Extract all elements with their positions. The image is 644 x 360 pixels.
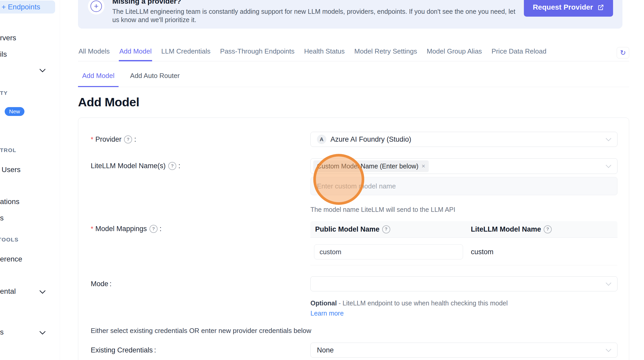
mode-label: Mode : [91,276,310,288]
subtab-add-auto-router[interactable]: Add Auto Router [126,72,184,87]
refresh-icon: ↻ [620,49,626,56]
tab-llm-credentials[interactable]: LLM Credentials [161,46,211,61]
col-public-model-name: Public Model Name ? [310,225,471,233]
banner-text: Missing a provider? The LiteLLM engineer… [112,0,518,24]
chevron-down-icon [606,136,611,141]
mode-row: Mode : Optional - LiteLLM endpoint to us… [91,276,617,318]
sidebar-item-organizations[interactable]: ations [0,198,19,206]
label-colon: : [154,346,156,354]
request-provider-button[interactable]: Request Provider [524,0,613,17]
mode-helper-bold: Optional [310,299,337,307]
provider-value: Azure AI Foundry (Studio) [330,135,411,143]
chevron-down-icon[interactable] [39,287,45,294]
provider-label: * Provider ? : [91,132,310,143]
model-names-label-text: LiteLLM Model Name(s) [91,162,166,170]
subtab-add-model[interactable]: Add Model [78,72,119,87]
help-icon[interactable]: ? [124,135,132,143]
custom-model-name-tag-label: Custom Model Name (Enter below) [317,162,418,170]
provider-row: * Provider ? : A Azure AI Foundry (Studi… [91,132,617,147]
chevron-down-icon[interactable] [39,328,45,335]
sidebar-item-servers[interactable]: rvers [0,34,16,42]
label-colon: : [160,225,162,233]
existing-credentials-label-text: Existing Credentials [91,346,153,354]
label-colon: : [178,162,180,170]
mode-controls: Optional - LiteLLM endpoint to use when … [310,276,617,318]
sidebar-section-tools: TOOLS [0,237,18,243]
tag-remove-icon[interactable]: × [421,163,425,169]
model-name-helper-text: The model name LiteLLM will send to the … [310,206,617,213]
required-mark: * [91,136,93,143]
add-model-form-card: * Provider ? : A Azure AI Foundry (Studi… [78,117,629,360]
help-icon[interactable]: ? [168,162,176,170]
banner-title: Missing a provider? [112,0,518,6]
sidebar-item-ils[interactable]: ils [0,50,7,58]
tab-all-models[interactable]: All Models [78,46,110,61]
public-model-name-input[interactable] [314,244,463,259]
help-icon[interactable]: ? [149,225,158,233]
model-mappings-header: Public Model Name ? LiteLLM Model Name ? [310,221,617,238]
model-names-controls: Custom Model Name (Enter below) × The mo… [310,158,617,213]
model-mappings-label: * Model Mappings ? : [91,221,310,233]
existing-credentials-value: None [317,346,334,354]
sidebar-item-endpoints[interactable]: + Endpoints [0,1,55,14]
refresh-button[interactable]: ↻ [617,47,629,58]
tab-model-retry-settings[interactable]: Model Retry Settings [354,46,418,61]
credentials-note: Either select existing credentials OR en… [91,327,617,335]
custom-model-name-tag: Custom Model Name (Enter below) × [313,160,429,172]
sidebar-item-s1[interactable]: s [0,214,4,222]
sidebar-section-security: TY [0,90,8,96]
model-mappings-row: * Model Mappings ? : Public Model Name ?… [91,221,617,265]
label-colon: : [110,280,112,288]
page-title: Add Model [78,95,629,109]
chevron-down-icon [606,162,611,168]
tab-model-group-alias[interactable]: Model Group Alias [426,46,482,61]
public-model-name-cell [310,244,471,259]
main-content: + Missing a provider? The LiteLLM engine… [60,0,644,360]
chevron-down-icon[interactable] [39,66,45,72]
chevron-down-icon [606,346,611,352]
chevron-down-icon [606,280,611,286]
required-mark: * [91,225,93,233]
model-names-label: LiteLLM Model Name(s) ? : [91,158,310,170]
tab-price-data-reload[interactable]: Price Data Reload [491,46,547,61]
mode-select[interactable] [310,276,617,291]
custom-model-name-input[interactable] [310,177,617,195]
model-names-multiselect[interactable]: Custom Model Name (Enter below) × [310,158,617,174]
learn-more-link[interactable]: Learn more [310,310,344,317]
mode-helper-rest: - LiteLLM endpoint to use when health ch… [337,299,508,307]
sidebar-item-s2[interactable]: s [0,328,4,336]
sidebar-item-endpoints-label: + Endpoints [2,3,40,11]
sidebar: + Endpoints rvers ils TY New TROL Users … [0,0,60,360]
mode-label-text: Mode [91,280,108,288]
provider-label-text: Provider [95,135,122,143]
sidebar-item-users[interactable]: Users [2,166,21,174]
table-row: custom [310,238,617,265]
model-mappings-table: Public Model Name ? LiteLLM Model Name ?… [310,221,617,265]
col-public-label: Public Model Name [315,225,380,233]
external-link-icon [597,4,604,11]
plus-circle-icon-chip: + [88,0,105,15]
tab-add-model[interactable]: Add Model [119,46,152,61]
banner-body: The LiteLLM engineering team is constant… [112,7,518,24]
model-names-row: LiteLLM Model Name(s) ? : Custom Model N… [91,158,617,213]
provider-select[interactable]: A Azure AI Foundry (Studio) [310,132,617,147]
new-badge[interactable]: New [5,107,24,116]
help-icon[interactable]: ? [544,225,552,233]
provider-avatar: A [317,135,326,144]
help-icon[interactable]: ? [382,225,390,233]
col-litellm-model-name: LiteLLM Model Name ? [471,225,617,233]
request-provider-label: Request Provider [533,3,593,11]
sidebar-item-experimental[interactable]: ental [0,287,16,296]
tab-pass-through-endpoints[interactable]: Pass-Through Endpoints [220,46,295,61]
col-litellm-label: LiteLLM Model Name [471,225,541,233]
existing-credentials-select[interactable]: None [310,343,617,358]
models-tab-bar: All Models Add Model LLM Credentials Pas… [78,46,629,61]
tab-health-status[interactable]: Health Status [304,46,345,61]
add-model-subtab-bar: Add Model Add Auto Router [78,61,629,87]
missing-provider-banner: + Missing a provider? The LiteLLM engine… [78,0,622,29]
sidebar-section-control: TROL [0,147,16,153]
sidebar-item-reference[interactable]: erence [0,255,22,263]
model-mappings-label-text: Model Mappings [95,225,147,233]
existing-credentials-label: Existing Credentials : [91,343,310,354]
litellm-model-name-cell: custom [471,248,617,256]
